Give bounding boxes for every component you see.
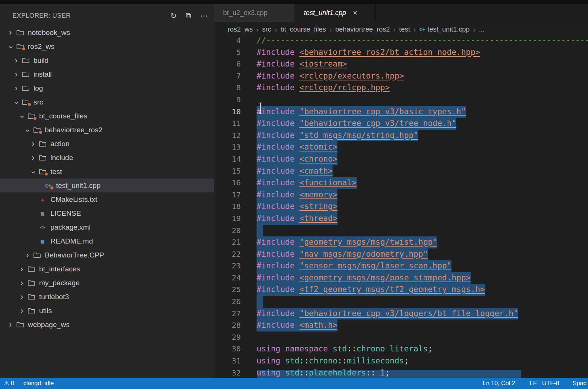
editor-layout-icon[interactable]: ⧉ <box>186 11 191 20</box>
code-line[interactable]: 10#include "behaviortree_cpp_v3/basic_ty… <box>214 106 588 118</box>
line-number[interactable]: 30 <box>214 343 241 355</box>
refresh-icon[interactable]: ↻ <box>170 11 177 20</box>
line-number[interactable]: 15 <box>214 165 241 177</box>
code-line[interactable]: 17#include <memory> <box>214 189 588 201</box>
tree-item-build[interactable]: ›build <box>0 53 214 67</box>
code-line[interactable]: 13#include <atomic> <box>214 141 588 153</box>
code-line[interactable]: 20 <box>214 225 588 237</box>
line-number[interactable]: 10 <box>214 106 241 118</box>
tree-item-webpage_ws[interactable]: ›webpage_ws <box>0 318 214 331</box>
code-line[interactable]: 31using std::chrono::milliseconds; <box>214 355 588 367</box>
code-line[interactable]: 6#include <iostream> <box>214 58 588 70</box>
line-number[interactable]: 6 <box>214 58 241 70</box>
breadcrumb-item[interactable]: test <box>399 26 410 33</box>
tab-bt_u2_ex3.cpp[interactable]: bt_u2_ex3.cpp <box>214 4 295 22</box>
tree-item-turtlebot3[interactable]: ›turtlebot3 <box>0 290 214 304</box>
line-number[interactable]: 19 <box>214 213 241 225</box>
code-line[interactable]: 11#include "behaviortree_cpp_v3/tree_nod… <box>214 118 588 130</box>
line-number[interactable]: 4 <box>214 37 241 47</box>
code-line[interactable]: 16#include <functional> <box>214 177 588 189</box>
clangd-status[interactable]: clangd: idle <box>23 378 54 389</box>
tree-item-bt_course_files[interactable]: ›bt_course_files <box>0 109 214 123</box>
tree-item-src[interactable]: ›src <box>0 95 214 109</box>
tree-item-my_package[interactable]: ›my_package <box>0 276 214 290</box>
code-line[interactable]: 7#include <rclcpp/executors.hpp> <box>214 70 588 82</box>
more-actions-icon[interactable]: ⋯ <box>200 11 208 20</box>
code-line[interactable]: 21#include "geometry_msgs/msg/twist.hpp" <box>214 236 588 248</box>
code-line[interactable]: 12#include "std_msgs/msg/string.hpp" <box>214 130 588 142</box>
encoding-indicator[interactable]: UTF-8 <box>542 378 559 389</box>
breadcrumb-item[interactable]: behaviortree_ros2 <box>335 26 390 33</box>
line-number[interactable]: 28 <box>214 319 241 331</box>
tree-item-test[interactable]: ›test <box>0 165 214 179</box>
line-number[interactable]: 16 <box>214 177 241 189</box>
breadcrumb-item[interactable]: src <box>262 26 271 33</box>
line-number[interactable]: 23 <box>214 260 241 272</box>
breadcrumb-item[interactable]: bt_course_files <box>280 26 326 33</box>
tree-item-include[interactable]: ›include <box>0 151 214 165</box>
line-number[interactable]: 13 <box>214 141 241 153</box>
code-editor[interactable]: 4//-------------------------------------… <box>214 37 588 378</box>
line-number[interactable]: 31 <box>214 355 241 367</box>
close-icon[interactable]: × <box>353 9 357 17</box>
tree-item-README.md[interactable]: ›▤README.md <box>0 234 214 248</box>
code-line[interactable]: 26 <box>214 296 588 308</box>
line-number[interactable]: 20 <box>214 225 241 237</box>
line-number[interactable]: 12 <box>214 130 241 142</box>
code-line[interactable]: 5#include <behaviortree_ros2/bt_action_n… <box>214 47 588 59</box>
line-number[interactable]: 29 <box>214 331 241 344</box>
line-number[interactable]: 22 <box>214 248 241 260</box>
code-line[interactable]: 8#include <rclcpp/rclcpp.hpp> <box>214 82 588 94</box>
tree-item-test_unit1.cpp[interactable]: ›C+test_unit1.cpp <box>0 179 214 192</box>
code-line[interactable]: 14#include <chrono> <box>214 153 588 165</box>
tree-item-BehaviorTree.CPP[interactable]: ›BehaviorTree.CPP <box>0 248 214 262</box>
code-line[interactable]: 9 <box>214 94 588 106</box>
line-number[interactable]: 18 <box>214 201 241 213</box>
eol-indicator[interactable]: LF <box>530 378 537 389</box>
line-number[interactable]: 14 <box>214 153 241 165</box>
line-number[interactable]: 5 <box>214 47 241 59</box>
line-number[interactable]: 25 <box>214 284 241 296</box>
line-number[interactable]: 17 <box>214 189 241 201</box>
tree-item-utils[interactable]: ›utils <box>0 304 214 318</box>
tree-item-ros2_ws[interactable]: ›ros2_ws <box>0 39 214 53</box>
line-number[interactable]: 27 <box>214 308 241 320</box>
code-line[interactable]: 15#include <cmath> <box>214 165 588 177</box>
code-line[interactable]: 4//-------------------------------------… <box>214 37 588 47</box>
line-number[interactable]: 26 <box>214 296 241 308</box>
tree-item-log[interactable]: ›log <box>0 81 214 95</box>
line-number[interactable]: 8 <box>214 82 241 94</box>
breadcrumb-item[interactable]: C+test_unit1.cpp <box>419 26 470 33</box>
line-number[interactable]: 24 <box>214 272 241 284</box>
indentation-indicator[interactable]: Spac <box>573 378 586 389</box>
code-line[interactable]: 19#include <thread> <box>214 213 588 225</box>
tree-item-LICENSE[interactable]: ›▦LICENSE <box>0 206 214 220</box>
code-line[interactable]: 25#include <tf2_geometry_msgs/tf2_geomet… <box>214 284 588 296</box>
tree-item-install[interactable]: ›install <box>0 67 214 81</box>
code-line[interactable]: 22#include "nav_msgs/msg/odometry.hpp" <box>214 248 588 260</box>
code-line[interactable]: 27#include "behaviortree_cpp_v3/loggers/… <box>214 308 588 320</box>
breadcrumb-item[interactable]: ... <box>479 26 485 33</box>
line-number[interactable]: 7 <box>214 70 241 82</box>
code-line[interactable]: 28#include <math.h> <box>214 319 588 331</box>
tree-item-CMakeLists.txt[interactable]: ›▲CMakeLists.txt <box>0 192 214 206</box>
line-number[interactable]: 32 <box>214 367 241 378</box>
code-line[interactable]: 30using namespace std::chrono_literals; <box>214 343 588 355</box>
tab-test_unit1.cpp[interactable]: test_unit1.cpp× <box>295 4 376 22</box>
problems-indicator[interactable]: ⚠ 0 <box>4 378 14 389</box>
code-line[interactable]: 18#include <string> <box>214 201 588 213</box>
cursor-position[interactable]: Ln 10, Col 2 <box>483 378 515 389</box>
tree-item-notebook_ws[interactable]: ›notebook_ws <box>0 26 214 39</box>
tree-item-action[interactable]: ›action <box>0 137 214 151</box>
line-number[interactable]: 9 <box>214 94 241 106</box>
code-line[interactable]: 23#include "sensor_msgs/msg/laser_scan.h… <box>214 260 588 272</box>
breadcrumb-item[interactable]: ros2_ws <box>228 26 253 33</box>
tree-item-bt_interfaces[interactable]: ›bt_interfaces <box>0 262 214 276</box>
line-number[interactable]: 11 <box>214 118 241 130</box>
code-line[interactable]: 29 <box>214 331 588 344</box>
code-line[interactable]: 24#include <geometry_msgs/msg/pose_stamp… <box>214 272 588 284</box>
line-number[interactable]: 21 <box>214 236 241 248</box>
code-line[interactable]: 32using std::placeholders::_1; <box>214 367 588 378</box>
tree-item-behaviortree_ros2[interactable]: ›behaviortree_ros2 <box>0 123 214 137</box>
tree-item-package.xml[interactable]: ›<>package.xml <box>0 220 214 234</box>
